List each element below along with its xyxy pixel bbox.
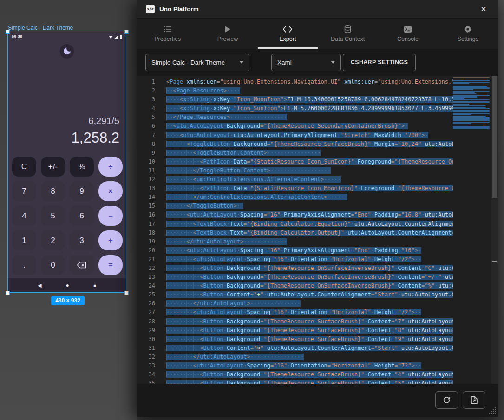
code-editor[interactable]: 1234567891011121314151617181920212223242… — [137, 76, 498, 384]
line-number: 27 — [137, 308, 164, 317]
nav-recent-icon[interactable]: ■ — [93, 283, 96, 288]
calc-key-4[interactable]: 4 — [12, 206, 36, 226]
format-select-dropdown[interactable]: Xaml — [271, 54, 341, 71]
code-line[interactable]: ········<ToggleButton.Content>··········… — [166, 149, 453, 158]
line-number: 22 — [137, 264, 164, 273]
code-line[interactable]: ··<utu:AutoLayout·Background="{ThemeReso… — [166, 122, 453, 131]
tab-label: Preview — [217, 36, 238, 42]
line-number: 24 — [137, 282, 164, 290]
tab-data-context[interactable]: Data Context — [318, 19, 378, 49]
selection-handle-top-right[interactable] — [124, 30, 129, 34]
code-line[interactable]: ········</utu:AutoLayout>···············… — [166, 353, 453, 361]
backspace-icon — [77, 262, 87, 269]
code-line[interactable]: <Page xmlns:uen="using:Uno.Extensions.Na… — [166, 78, 453, 86]
design-canvas[interactable]: Simple Calc - Dark Theme 09:30 6,291/5 1… — [0, 0, 137, 420]
calc-key-2[interactable]: 2 — [41, 230, 65, 250]
code-line[interactable]: ··········<Button·Background="{ThemeReso… — [166, 273, 453, 282]
phone-frame-preview[interactable]: 09:30 6,291/5 1,258.2 C+/-%÷789×456−123+… — [7, 32, 126, 293]
code-line[interactable]: ··········<PathIcon·Data="{StaticResourc… — [166, 158, 453, 166]
code-pane[interactable]: <Page xmlns:uen="using:Uno.Extensions.Na… — [164, 76, 453, 384]
code-line[interactable]: ········<TextBlock·Text="{Binding Calcul… — [166, 220, 453, 229]
selection-handle-bottom-left[interactable] — [6, 291, 10, 295]
line-number: 32 — [137, 353, 164, 361]
code-line[interactable]: ········</ToggleButton.Content>·········… — [166, 166, 453, 175]
code-line[interactable]: ··········<PathIcon·Data="{StaticResourc… — [166, 184, 453, 193]
calc-key-0[interactable]: 0 — [41, 255, 65, 275]
selection-handle-top-left[interactable] — [6, 30, 10, 34]
export-file-button[interactable] — [463, 391, 485, 409]
code-line[interactable]: ··········<Button·Background="{ThemeReso… — [166, 335, 453, 344]
code-line[interactable]: ······</ToggleButton>·· — [166, 202, 453, 210]
code-line[interactable]: ····<x:String·x:Key="Icon_MoonIcon">F1·M… — [166, 95, 453, 104]
line-number: 13 — [137, 184, 164, 193]
code-line[interactable]: ····<x:String·x:Key="Icon_SunIcon">F1·M·… — [166, 104, 453, 113]
line-number: 6 — [137, 122, 164, 131]
line-number: 11 — [137, 166, 164, 175]
tab-preview[interactable]: Preview — [197, 19, 257, 49]
code-line[interactable]: ··········<Button·Background="{ThemeReso… — [166, 264, 453, 273]
resize-grip[interactable] — [488, 407, 497, 415]
code-line[interactable]: ··<Page.Resources>···· — [166, 86, 453, 95]
calc-key-C[interactable]: C — [12, 157, 36, 177]
minimap[interactable] — [453, 76, 491, 384]
refresh-button[interactable] — [435, 391, 458, 409]
line-number: 28 — [137, 317, 164, 326]
scrollbar-thumb[interactable] — [492, 76, 497, 198]
uno-platform-logo-icon: </> — [146, 5, 155, 13]
code-line[interactable]: ······<utu:AutoLayout·Spacing="16"·Prima… — [166, 210, 453, 219]
code-line[interactable]: ··········<Button·Background="{ThemeReso… — [166, 370, 453, 379]
calc-key-8[interactable]: 8 — [41, 181, 65, 201]
code-line[interactable]: ··········<Button·Background="{ThemeReso… — [166, 282, 453, 290]
calc-key-3[interactable]: 3 — [70, 230, 94, 250]
tab-console[interactable]: Console — [378, 19, 438, 49]
frame-label[interactable]: Simple Calc - Dark Theme — [8, 25, 73, 31]
calc-key-⌫[interactable] — [70, 255, 94, 275]
code-line[interactable]: ········<utu:AutoLayout·Spacing="16"·Ori… — [166, 255, 453, 264]
close-icon[interactable]: ✕ — [478, 3, 490, 15]
vertical-scrollbar[interactable] — [491, 76, 498, 384]
code-line[interactable]: ········</utu:AutoLayout>··············· — [166, 299, 453, 308]
code-line[interactable]: ··········<Button·Content="÷"·utu:AutoLa… — [166, 290, 453, 299]
line-number: 16 — [137, 210, 164, 219]
calc-key-+[interactable]: + — [98, 230, 123, 250]
code-line[interactable]: ··</Page.Resources>················· — [166, 113, 453, 122]
calc-key-1[interactable]: 1 — [12, 230, 36, 250]
calc-key-6[interactable]: 6 — [70, 206, 94, 226]
code-line[interactable]: ······<ToggleButton·Background="{ThemeRe… — [166, 140, 453, 149]
calc-key-+/-[interactable]: +/- — [41, 157, 65, 177]
bottom-action-bar — [137, 384, 498, 417]
code-line[interactable]: ········<TextBlock·Text="{Binding Calcul… — [166, 229, 453, 237]
code-line[interactable]: ······</utu:AutoLayout>············· — [166, 237, 453, 246]
calc-key-9[interactable]: 9 — [70, 181, 94, 201]
theme-toggle-button[interactable] — [60, 44, 74, 59]
code-line[interactable]: ··········<Button·Content="×"·utu:AutoLa… — [166, 344, 453, 353]
code-line[interactable]: ········<utu:AutoLayout·Spacing="16"·Ori… — [166, 308, 453, 317]
code-line[interactable]: ····<utu:AutoLayout·utu:AutoLayout.Prima… — [166, 131, 453, 140]
tab-properties[interactable]: Properties — [137, 19, 197, 49]
code-line[interactable]: ········<um:ControlExtensions.AlternateC… — [166, 175, 453, 184]
line-number: 4 — [137, 104, 164, 113]
calc-key-.[interactable]: . — [12, 255, 36, 275]
code-line[interactable]: ········</um:ControlExtensions.Alternate… — [166, 193, 453, 202]
calc-key-5[interactable]: 5 — [41, 206, 65, 226]
tab-settings[interactable]: Settings — [438, 19, 498, 49]
code-line[interactable]: ··········<Button·Background="{ThemeReso… — [166, 379, 453, 384]
calc-key-÷[interactable]: ÷ — [98, 157, 123, 177]
calc-key-−[interactable]: − — [98, 206, 123, 226]
code-line[interactable]: ······<utu:AutoLayout·Spacing="16"·Prima… — [166, 246, 453, 255]
code-line[interactable]: ··········<Button·Background="{ThemeReso… — [166, 317, 453, 326]
nav-back-icon[interactable]: ◀ — [38, 282, 41, 289]
calc-key-7[interactable]: 7 — [12, 181, 36, 201]
tab-label: Settings — [458, 36, 478, 42]
calc-key-%[interactable]: % — [70, 157, 94, 177]
nav-home-icon[interactable]: ● — [66, 282, 69, 289]
calc-key-=[interactable]: = — [98, 255, 123, 275]
code-line[interactable]: ··········<Button·Background="{ThemeReso… — [166, 326, 453, 335]
selection-handle-bottom-right[interactable] — [124, 291, 129, 295]
tab-export[interactable]: Export — [258, 19, 318, 49]
csharp-settings-button[interactable]: CSHARP SETTINGS — [343, 54, 416, 71]
frame-select-dropdown[interactable]: Simple Calc - Dark Theme — [145, 54, 249, 71]
calc-key-×[interactable]: × — [98, 181, 123, 201]
line-number: 26 — [137, 299, 164, 308]
code-line[interactable]: ········<utu:AutoLayout·Spacing="16"·Ori… — [166, 361, 453, 370]
